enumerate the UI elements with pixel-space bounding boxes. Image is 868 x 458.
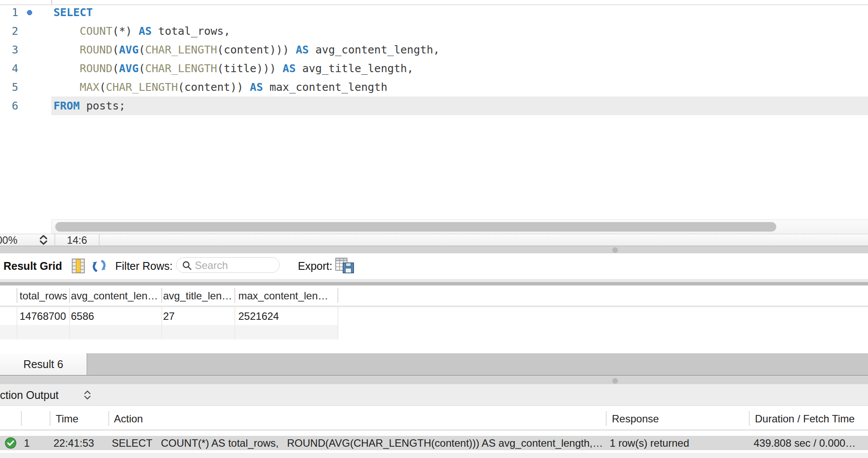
- output-log-row-partial[interactable]: [0, 453, 868, 458]
- cell-divider: [234, 307, 235, 339]
- cell-divider: [69, 307, 70, 339]
- code-text: ROUND(AVG(CHAR_LENGTH(content))) AS avg_…: [53, 40, 440, 59]
- grid-cell[interactable]: 2521624: [238, 310, 279, 322]
- code-text: SELECT: [53, 3, 93, 22]
- line-number: 4: [0, 59, 18, 78]
- line-number: 1: [0, 3, 18, 22]
- result-grid-toolbar: Result Grid Filter Rows: Search Export:: [0, 253, 868, 279]
- line-number: 2: [0, 22, 18, 40]
- column-divider: [50, 411, 50, 426]
- row-response: 1 row(s) returned: [610, 437, 689, 449]
- statement-marker-dot: [27, 10, 32, 15]
- zoom-stepper[interactable]: [38, 235, 49, 245]
- output-selector-stepper[interactable]: [83, 390, 92, 400]
- code-line[interactable]: 6FROM posts;: [0, 96, 868, 115]
- header-underline: [0, 429, 868, 431]
- export-recordset-icon[interactable]: [335, 258, 354, 273]
- cursor-position-label: 14:6: [55, 235, 99, 246]
- code-line[interactable]: 1SELECT: [0, 3, 868, 22]
- grid-cell[interactable]: 14768700: [20, 310, 66, 322]
- grid-cell[interactable]: 6586: [71, 310, 94, 322]
- table-row[interactable]: 147687006586272521624: [0, 307, 868, 325]
- grid-column-header[interactable]: avg_content_len…: [71, 290, 158, 302]
- result-grid-title: Result Grid: [3, 260, 62, 272]
- column-divider: [606, 411, 607, 426]
- row-index: 1: [24, 437, 30, 449]
- grid-top-strip-dark: [0, 282, 868, 285]
- code-text: MAX(CHAR_LENGTH(content)) AS max_content…: [53, 78, 387, 96]
- column-divider[interactable]: [69, 288, 70, 303]
- column-divider: [749, 411, 750, 426]
- grid-view-icon[interactable]: [72, 259, 85, 273]
- filter-rows-label: Filter Rows:: [115, 260, 173, 272]
- line-number: 5: [0, 78, 18, 96]
- column-divider: [108, 411, 109, 426]
- action-text-segment: ROUND(AVG(CHAR_LENGTH(content))) AS avg_…: [287, 437, 603, 449]
- row-time: 22:41:53: [53, 437, 94, 449]
- result-grid-table[interactable]: total_rowsavg_content_len…avg_title_len……: [0, 285, 868, 340]
- output-column-header[interactable]: Action: [114, 413, 143, 425]
- tab-result-6[interactable]: Result 6: [0, 353, 87, 375]
- column-divider[interactable]: [337, 288, 338, 303]
- column-divider: [21, 411, 22, 426]
- result-tabbar: Result 6: [0, 353, 868, 376]
- code-text: COUNT(*) AS total_rows,: [53, 22, 230, 40]
- column-divider[interactable]: [161, 288, 162, 303]
- column-divider: [17, 288, 17, 303]
- grid-top-strip: [0, 279, 868, 282]
- code-line[interactable]: 5 MAX(CHAR_LENGTH(content)) AS max_conte…: [0, 78, 868, 96]
- column-divider[interactable]: [234, 288, 235, 303]
- output-column-header[interactable]: Time: [56, 413, 78, 425]
- action-text-segment: COUNT(*) AS total_rows,: [161, 437, 279, 449]
- search-box[interactable]: Search: [176, 257, 280, 273]
- export-label: Export:: [298, 260, 332, 272]
- line-number: 3: [0, 40, 18, 59]
- statusbar-separator: [99, 234, 100, 246]
- success-check-icon: [5, 437, 17, 449]
- panel-splitter[interactable]: [0, 376, 868, 384]
- cell-divider: [17, 307, 17, 339]
- grid-column-header[interactable]: avg_title_len…: [163, 290, 232, 302]
- output-selector-label: ction Output: [0, 389, 59, 402]
- code-text: ROUND(AVG(CHAR_LENGTH(title))) AS avg_ti…: [53, 59, 414, 78]
- line-number: 6: [0, 96, 18, 115]
- output-log-row[interactable]: 1 22:41:53 SELECTCOUNT(*) AS total_rows,…: [0, 436, 868, 450]
- search-input[interactable]: Search: [195, 259, 228, 272]
- action-output-table[interactable]: TimeActionResponseDuration / Fetch Time …: [0, 406, 868, 458]
- output-column-header[interactable]: Duration / Fetch Time: [755, 413, 855, 425]
- splitter-grip-dot[interactable]: [612, 247, 618, 253]
- mysql-workbench-query-view: 1SELECT2 COUNT(*) AS total_rows,3 ROUND(…: [0, 0, 868, 458]
- sql-editor[interactable]: 1SELECT2 COUNT(*) AS total_rows,3 ROUND(…: [0, 0, 868, 219]
- editor-statusbar: 00% 14:6: [0, 234, 868, 246]
- panel-splitter[interactable]: [0, 246, 868, 253]
- tab-label: Result 6: [0, 358, 87, 371]
- cell-divider: [337, 307, 338, 339]
- output-panel-header: ction Output: [0, 384, 868, 406]
- refresh-icon[interactable]: [92, 259, 107, 273]
- code-line[interactable]: 4 ROUND(AVG(CHAR_LENGTH(title))) AS avg_…: [0, 59, 868, 78]
- grid-column-header[interactable]: max_content_len…: [238, 290, 328, 302]
- zoom-level-label: 00%: [0, 235, 17, 246]
- grid-column-header[interactable]: total_rows: [20, 290, 67, 302]
- table-row-empty[interactable]: [0, 325, 337, 339]
- code-line[interactable]: 2 COUNT(*) AS total_rows,: [0, 22, 868, 40]
- scrollbar-thumb[interactable]: [55, 222, 776, 232]
- code-line[interactable]: 3 ROUND(AVG(CHAR_LENGTH(content))) AS av…: [0, 40, 868, 59]
- output-column-header[interactable]: Response: [612, 413, 659, 425]
- grid-cell[interactable]: 27: [163, 310, 175, 322]
- row-duration: 439.808 sec / 0.000…: [754, 437, 856, 449]
- cell-divider: [161, 307, 162, 339]
- search-icon: [182, 261, 192, 270]
- editor-horizontal-scrollbar[interactable]: [0, 219, 868, 234]
- action-text-segment: SELECT: [112, 437, 152, 449]
- splitter-grip-dot[interactable]: [612, 378, 618, 384]
- code-text: FROM posts;: [53, 96, 126, 115]
